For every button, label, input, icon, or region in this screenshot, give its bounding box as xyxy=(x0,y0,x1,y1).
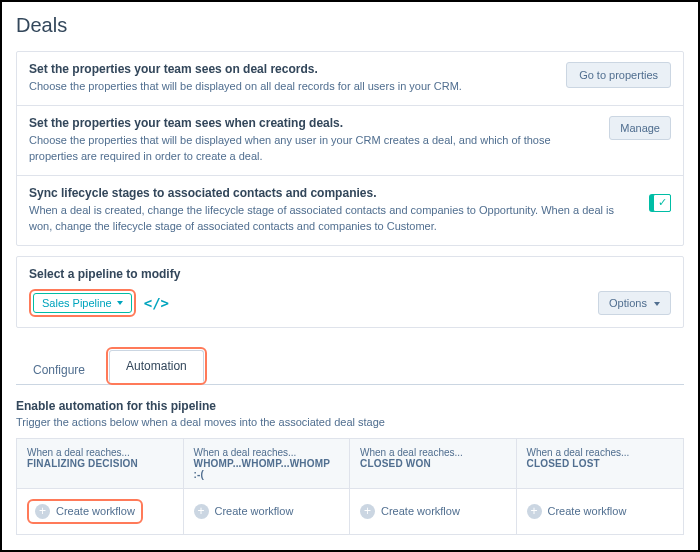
toggle-thumb: ✓ xyxy=(653,194,671,212)
stage-cell-closed-lost: + Create workflow xyxy=(517,489,684,534)
setting-sync-lifecycle: Sync lifecycle stages to associated cont… xyxy=(17,175,683,245)
create-workflow-button[interactable]: Create workflow xyxy=(381,505,460,517)
manage-button[interactable]: Manage xyxy=(609,116,671,140)
pipeline-label: Select a pipeline to modify xyxy=(29,267,671,281)
stage-name: WHOMP...WHOMP...WHOMP :-( xyxy=(194,458,340,480)
setting-desc: When a deal is created, change the lifec… xyxy=(29,203,635,235)
stage-reach-label: When a deal reaches... xyxy=(194,447,340,458)
automation-section: Enable automation for this pipeline Trig… xyxy=(16,399,684,535)
sync-lifecycle-toggle[interactable]: ✓ xyxy=(649,194,671,212)
stage-head-finalizing: When a deal reaches... FINALIZING DECISI… xyxy=(17,439,184,489)
stage-reach-label: When a deal reaches... xyxy=(27,447,173,458)
page-title: Deals xyxy=(16,14,684,37)
tab-configure[interactable]: Configure xyxy=(16,354,102,385)
pipeline-card: Select a pipeline to modify Sales Pipeli… xyxy=(16,256,684,328)
setting-title: Set the properties your team sees on dea… xyxy=(29,62,552,76)
pipeline-selected-value: Sales Pipeline xyxy=(42,297,112,309)
stage-head-closed-lost: When a deal reaches... CLOSED LOST xyxy=(517,439,684,489)
plus-icon: + xyxy=(35,504,50,519)
plus-icon: + xyxy=(527,504,542,519)
stage-name: CLOSED LOST xyxy=(527,458,674,469)
highlight-pipeline-select: Sales Pipeline xyxy=(29,289,136,317)
stage-name: FINALIZING DECISION xyxy=(27,458,173,469)
caret-down-icon xyxy=(117,301,123,305)
stage-cell-closed-won: + Create workflow xyxy=(350,489,517,534)
setting-title: Set the properties your team sees when c… xyxy=(29,116,595,130)
tabs: Configure Automation xyxy=(16,346,684,385)
create-workflow-button[interactable]: Create workflow xyxy=(215,505,294,517)
pipeline-select[interactable]: Sales Pipeline xyxy=(33,293,132,313)
setting-title: Sync lifecycle stages to associated cont… xyxy=(29,186,635,200)
go-to-properties-button[interactable]: Go to properties xyxy=(566,62,671,88)
stage-reach-label: When a deal reaches... xyxy=(527,447,674,458)
tab-automation[interactable]: Automation xyxy=(109,350,204,382)
options-label: Options xyxy=(609,297,647,309)
create-workflow-button[interactable]: Create workflow xyxy=(548,505,627,517)
create-workflow-button[interactable]: Create workflow xyxy=(56,505,135,517)
check-icon: ✓ xyxy=(658,197,667,208)
highlight-tab-automation: Automation xyxy=(106,347,207,385)
stage-reach-label: When a deal reaches... xyxy=(360,447,506,458)
automation-title: Enable automation for this pipeline xyxy=(16,399,684,413)
highlight-create-workflow: + Create workflow xyxy=(27,499,143,524)
setting-create-deal-props: Set the properties your team sees when c… xyxy=(17,105,683,175)
automation-desc: Trigger the actions below when a deal mo… xyxy=(16,416,684,428)
code-icon[interactable]: </> xyxy=(144,295,169,311)
plus-icon: + xyxy=(360,504,375,519)
stage-grid: When a deal reaches... FINALIZING DECISI… xyxy=(16,438,684,535)
options-button[interactable]: Options xyxy=(598,291,671,315)
setting-desc: Choose the properties that will be displ… xyxy=(29,133,595,165)
settings-card: Set the properties your team sees on dea… xyxy=(16,51,684,246)
setting-desc: Choose the properties that will be displ… xyxy=(29,79,552,95)
setting-deal-record-props: Set the properties your team sees on dea… xyxy=(17,52,683,105)
plus-icon: + xyxy=(194,504,209,519)
stage-cell-whomp: + Create workflow xyxy=(184,489,351,534)
caret-down-icon xyxy=(654,302,660,306)
stage-head-whomp: When a deal reaches... WHOMP...WHOMP...W… xyxy=(184,439,351,489)
stage-cell-finalizing: + Create workflow xyxy=(17,489,184,534)
stage-head-closed-won: When a deal reaches... CLOSED WON xyxy=(350,439,517,489)
stage-name: CLOSED WON xyxy=(360,458,506,469)
